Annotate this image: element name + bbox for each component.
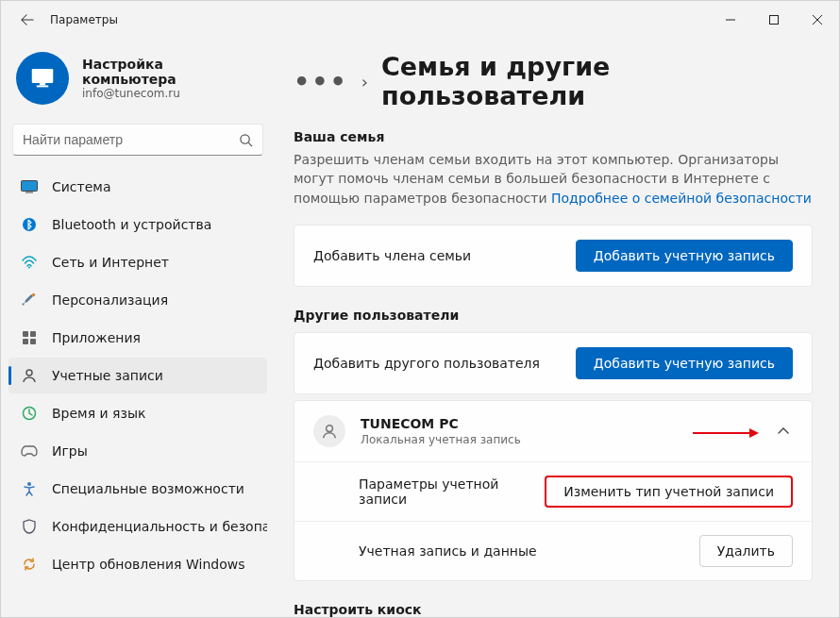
svg-point-9 xyxy=(23,218,36,231)
nav-label: Игры xyxy=(52,443,88,459)
delete-account-button[interactable]: Удалить xyxy=(699,535,793,567)
svg-point-10 xyxy=(28,267,30,269)
main-panel: ••• › Семья и другие пользователи Ваша с… xyxy=(275,39,839,617)
nav-accessibility[interactable]: Специальные возможности xyxy=(8,471,267,507)
nav-label: Bluetooth и устройства xyxy=(52,217,211,232)
arrow-left-icon xyxy=(21,13,34,26)
user-type: Локальная учетная запись xyxy=(361,433,693,446)
page-title: Семья и другие пользователи xyxy=(381,52,813,110)
avatar xyxy=(16,52,69,105)
nav-time[interactable]: Время и язык xyxy=(8,395,267,431)
others-heading: Другие пользователи xyxy=(294,308,813,323)
nav-label: Учетные записи xyxy=(52,368,163,383)
user-name: TUNECOM PC xyxy=(361,416,693,431)
svg-rect-7 xyxy=(22,181,38,192)
svg-point-19 xyxy=(327,426,333,432)
add-family-card: Добавить члена семьи Добавить учетную за… xyxy=(294,225,813,287)
apps-icon xyxy=(20,328,39,347)
family-safety-link[interactable]: Подробнее о семейной безопасности xyxy=(551,191,812,206)
breadcrumb-more[interactable]: ••• xyxy=(294,67,348,96)
account-params-label: Параметры учетной записи xyxy=(359,476,545,507)
privacy-icon xyxy=(20,517,39,536)
accessibility-icon xyxy=(20,479,39,498)
close-icon xyxy=(813,15,822,25)
nav-label: Приложения xyxy=(52,330,141,345)
account-params-row: Параметры учетной записи Изменить тип уч… xyxy=(294,461,812,521)
svg-point-16 xyxy=(26,370,32,376)
bluetooth-icon xyxy=(20,215,39,234)
svg-rect-8 xyxy=(25,192,33,193)
nav-label: Специальные возможности xyxy=(52,481,244,496)
nav-label: Персонализация xyxy=(52,292,168,308)
nav-list: Система Bluetooth и устройства Сеть и Ин… xyxy=(8,169,267,582)
nav-network[interactable]: Сеть и Интернет xyxy=(8,244,267,280)
user-avatar-icon xyxy=(313,415,345,447)
nav-label: Система xyxy=(52,179,110,194)
update-icon xyxy=(20,555,39,574)
svg-point-18 xyxy=(27,482,31,486)
account-data-label: Учетная запись и данные xyxy=(359,543,699,559)
nav-system[interactable]: Система xyxy=(8,169,267,205)
search-icon xyxy=(239,133,253,147)
search-box[interactable] xyxy=(12,124,263,156)
gaming-icon xyxy=(20,442,39,460)
time-icon xyxy=(20,404,39,423)
nav-personalization[interactable]: Персонализация xyxy=(8,282,267,318)
nav-bluetooth[interactable]: Bluetooth и устройства xyxy=(8,207,267,242)
minimize-icon xyxy=(726,15,735,25)
profile-text: Настройка компьютера info@tunecom.ru xyxy=(82,57,260,100)
nav-label: Конфиденциальность и безопасность xyxy=(52,519,267,534)
svg-rect-1 xyxy=(770,16,779,25)
breadcrumb: ••• › Семья и другие пользователи xyxy=(294,52,813,110)
svg-rect-2 xyxy=(32,69,54,83)
close-button[interactable] xyxy=(796,1,839,39)
add-other-account-button[interactable]: Добавить учетную запись xyxy=(576,347,793,379)
svg-line-6 xyxy=(248,142,252,146)
accounts-icon xyxy=(20,366,39,385)
network-icon xyxy=(20,253,39,272)
nav-label: Сеть и Интернет xyxy=(52,255,169,270)
user-header-row[interactable]: TUNECOM PC Локальная учетная запись xyxy=(294,401,812,461)
svg-rect-12 xyxy=(23,331,28,337)
profile-email: info@tunecom.ru xyxy=(82,87,260,100)
system-icon xyxy=(20,177,39,196)
nav-update[interactable]: Центр обновления Windows xyxy=(8,546,267,582)
user-card: TUNECOM PC Локальная учетная запись Пара… xyxy=(294,400,813,581)
svg-rect-4 xyxy=(37,86,49,88)
change-account-type-button[interactable]: Изменить тип учетной записи xyxy=(545,476,793,508)
window-title: Параметры xyxy=(46,13,118,26)
kiosk-heading: Настроить киоск xyxy=(294,602,813,617)
svg-rect-15 xyxy=(30,339,36,344)
titlebar: Параметры xyxy=(1,1,839,39)
profile-name: Настройка компьютера xyxy=(82,57,260,87)
nav-gaming[interactable]: Игры xyxy=(8,433,267,469)
nav-label: Центр обновления Windows xyxy=(52,557,244,572)
maximize-button[interactable] xyxy=(752,1,796,39)
chevron-right-icon: › xyxy=(361,72,368,92)
nav-accounts[interactable]: Учетные записи xyxy=(8,358,267,393)
chevron-up-icon xyxy=(778,427,789,435)
profile-block[interactable]: Настройка компьютера info@tunecom.ru xyxy=(8,42,267,118)
account-data-row: Учетная запись и данные Удалить xyxy=(294,521,812,580)
svg-rect-14 xyxy=(23,339,28,344)
add-family-account-button[interactable]: Добавить учетную запись xyxy=(576,240,793,272)
add-other-label: Добавить другого пользователя xyxy=(313,356,576,371)
back-button[interactable] xyxy=(8,1,46,39)
annotation-arrow xyxy=(693,426,759,436)
minimize-button[interactable] xyxy=(709,1,752,39)
add-family-label: Добавить члена семьи xyxy=(313,248,576,263)
add-other-card: Добавить другого пользователя Добавить у… xyxy=(294,332,813,394)
sidebar: Настройка компьютера info@tunecom.ru Сис… xyxy=(1,39,275,617)
maximize-icon xyxy=(769,15,779,25)
nav-label: Время и язык xyxy=(52,406,145,421)
search-input[interactable] xyxy=(23,132,239,147)
personalization-icon xyxy=(20,291,39,309)
nav-apps[interactable]: Приложения xyxy=(8,320,267,356)
svg-point-5 xyxy=(241,134,249,142)
family-heading: Ваша семья xyxy=(294,129,813,144)
collapse-toggle[interactable] xyxy=(774,422,793,441)
nav-privacy[interactable]: Конфиденциальность и безопасность xyxy=(8,509,267,544)
svg-rect-13 xyxy=(30,331,36,337)
window-controls xyxy=(709,1,839,39)
monitor-icon xyxy=(28,64,57,92)
